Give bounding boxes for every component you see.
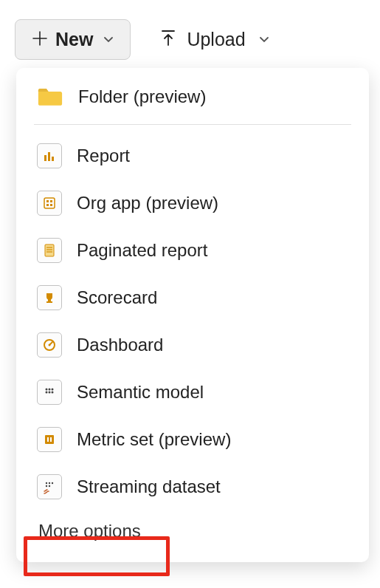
svg-rect-23 [47, 437, 49, 442]
menu-item-label: Paginated report [77, 240, 207, 261]
menu-item-label: Report [77, 146, 130, 166]
menu-item-label: Folder (preview) [78, 86, 206, 107]
menu-item-report[interactable]: Report [16, 132, 369, 180]
svg-rect-5 [50, 200, 52, 202]
svg-point-27 [52, 482, 53, 484]
svg-point-29 [49, 485, 50, 487]
svg-point-28 [46, 485, 47, 487]
svg-point-15 [49, 344, 51, 346]
menu-item-label: Org app (preview) [77, 193, 218, 213]
new-dropdown-menu: Folder (preview) Report Org app (preview… [16, 68, 369, 562]
chevron-down-icon [259, 34, 269, 46]
divider [34, 124, 351, 125]
svg-point-26 [49, 482, 50, 484]
more-options[interactable]: More options [16, 510, 369, 549]
svg-point-25 [46, 482, 47, 484]
menu-item-folder[interactable]: Folder (preview) [16, 72, 369, 121]
upload-button-label: Upload [187, 29, 245, 50]
menu-item-paginated-report[interactable]: Paginated report [16, 227, 369, 274]
svg-rect-24 [50, 437, 52, 442]
new-button-label: New [55, 29, 93, 50]
svg-rect-3 [44, 198, 55, 208]
menu-item-semantic-model[interactable]: Semantic model [16, 369, 369, 416]
menu-item-label: Semantic model [77, 382, 204, 403]
svg-point-18 [52, 389, 54, 391]
menu-item-label: Streaming dataset [77, 476, 221, 497]
menu-item-label: Metric set (preview) [77, 429, 231, 450]
scorecard-icon [37, 285, 62, 310]
menu-item-scorecard[interactable]: Scorecard [16, 274, 369, 321]
menu-item-streaming-dataset[interactable]: Streaming dataset [16, 463, 369, 510]
svg-point-21 [52, 392, 54, 394]
svg-point-16 [46, 389, 48, 391]
folder-icon [37, 83, 63, 110]
toolbar: New Upload [0, 0, 380, 79]
svg-rect-0 [44, 155, 46, 161]
svg-rect-22 [45, 435, 54, 444]
dashboard-icon [37, 332, 62, 358]
svg-point-17 [49, 389, 51, 391]
svg-rect-7 [50, 204, 52, 206]
menu-item-dashboard[interactable]: Dashboard [16, 321, 369, 369]
svg-rect-8 [45, 245, 54, 256]
semantic-model-icon [37, 380, 62, 405]
paginated-report-icon [37, 238, 62, 263]
menu-item-label: Scorecard [77, 287, 157, 308]
new-button[interactable]: New [15, 19, 131, 60]
svg-rect-4 [46, 200, 49, 202]
more-options-label: More options [38, 521, 141, 541]
svg-rect-6 [46, 204, 49, 206]
svg-rect-1 [48, 152, 50, 161]
svg-point-20 [49, 392, 51, 394]
plus-icon [32, 30, 48, 49]
menu-item-metric-set[interactable]: Metric set (preview) [16, 416, 369, 463]
svg-rect-12 [48, 299, 51, 301]
metric-set-icon [37, 427, 62, 452]
report-icon [37, 143, 62, 168]
upload-button[interactable]: Upload [160, 29, 269, 51]
svg-point-19 [46, 392, 48, 394]
org-app-icon [37, 191, 62, 216]
svg-rect-2 [52, 157, 54, 161]
svg-rect-13 [46, 301, 52, 303]
upload-icon [160, 29, 176, 51]
streaming-dataset-icon [37, 474, 62, 499]
menu-item-org-app[interactable]: Org app (preview) [16, 180, 369, 227]
chevron-down-icon [103, 34, 114, 46]
menu-item-label: Dashboard [77, 335, 163, 355]
